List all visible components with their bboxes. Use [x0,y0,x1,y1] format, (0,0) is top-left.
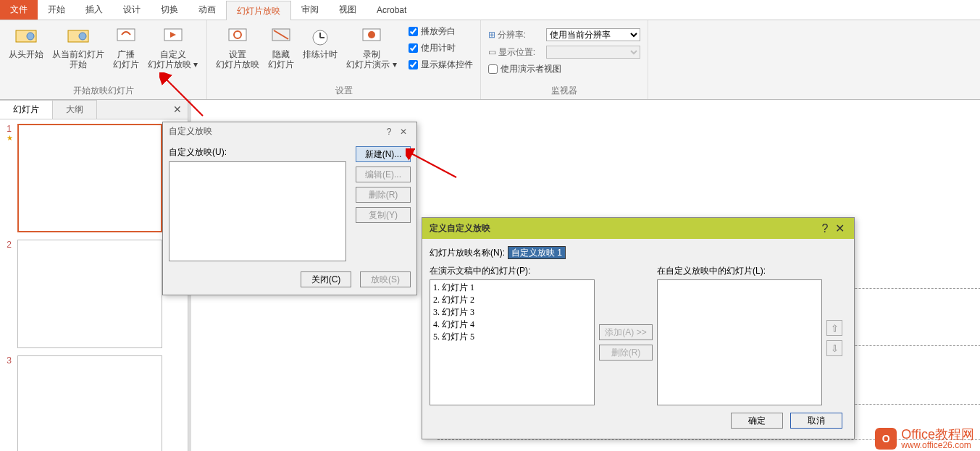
dialog1-listbox[interactable] [169,161,346,261]
menu-file[interactable]: 文件 [0,0,38,20]
thumb-3-num: 3 [4,355,14,366]
menu-animation[interactable]: 动画 [188,0,226,20]
custom-show-dialog: 自定义放映 ? ✕ 自定义放映(U): 新建(N)... 编辑(E)... 删除… [162,122,417,295]
watermark-title: Office教程网 [901,428,974,441]
check-presenter[interactable]: 使用演示者视图 [485,61,643,77]
copy-button: 复制(Y) [356,207,411,223]
remove-button: 删除(R) [599,345,653,361]
projector-icon [14,25,38,48]
resolution-icon: ⊞ [488,30,495,40]
display-row: ▭显示位置: [485,43,643,61]
dialog1-list-label: 自定义放映(U): [169,146,348,159]
define-custom-show-dialog: 定义自定义放映 ? ✕ 幻灯片放映名称(N): 在演示文稿中的幻灯片(P): 1… [422,217,855,439]
dialog2-close-icon[interactable]: ✕ [832,222,847,235]
tab-outline[interactable]: 大纲 [52,100,97,119]
watermark-url: www.office26.com [901,441,974,450]
menu-slideshow[interactable]: 幻灯片放映 [226,1,291,20]
dialog2-help-icon[interactable]: ? [818,222,832,235]
list-item[interactable]: 4. 幻灯片 4 [433,319,591,331]
list-item[interactable]: 2. 幻灯片 2 [433,294,591,306]
tab-slides[interactable]: 幻灯片 [0,100,53,119]
sidebar-close-icon[interactable]: ✕ [167,104,188,115]
record-icon [360,25,383,48]
group-label-start: 开始放映幻灯片 [4,83,202,99]
check-media[interactable]: 显示媒体控件 [406,56,476,73]
watermark-logo-icon: O [875,428,897,450]
hide-icon [269,25,293,48]
menu-acrobat[interactable]: Acrobat [367,0,416,20]
broadcast-icon [114,25,138,48]
thumb-2[interactable] [17,240,162,348]
delete-button: 删除(R) [356,187,411,203]
menu-view[interactable]: 视图 [329,0,367,20]
watermark: O Office教程网 www.office26.com [875,428,974,450]
edit-button: 编辑(E)... [356,167,411,182]
dialog1-help-icon[interactable]: ? [382,127,396,137]
group-label-setup: 设置 [212,83,475,99]
hide-slide-button[interactable]: 隐藏 幻灯片 [264,23,298,83]
svg-point-15 [368,31,375,38]
animation-star-icon: ★ [7,134,13,142]
ribbon: 从头开始 从当前幻灯片 开始 广播 幻灯片 自定义 幻灯片放映 ▾ 开始放映幻灯… [0,20,980,100]
list-item[interactable]: 5. 幻灯片 5 [433,331,591,343]
cancel-button[interactable]: 取消 [790,413,842,429]
dialog1-close-button[interactable]: 关闭(C) [301,271,351,287]
dialog1-show-button: 放映(S) [360,271,411,287]
add-button: 添加(A) >> [599,324,653,340]
from-beginning-button[interactable]: 从头开始 [4,23,48,83]
new-button[interactable]: 新建(N)... [356,146,411,162]
display-icon: ▭ [488,47,496,57]
list-item[interactable]: 1. 幻灯片 1 [433,282,591,294]
svg-point-3 [79,33,86,40]
dialog2-title: 定义自定义放映 [430,222,490,235]
right-listbox[interactable] [657,279,822,405]
group-label-monitor: 监视器 [485,83,643,99]
rehearse-button[interactable]: 排练计时 [298,23,342,83]
from-current-button[interactable]: 从当前幻灯片 开始 [48,23,109,83]
custom-show-icon [162,25,185,48]
resolution-select[interactable]: 使用当前分辨率 [546,28,640,41]
ribbon-group-start: 从头开始 从当前幻灯片 开始 广播 幻灯片 自定义 幻灯片放映 ▾ 开始放映幻灯… [0,20,207,99]
name-label: 幻灯片放映名称(N): [430,247,505,259]
dialog1-close-icon[interactable]: ✕ [396,127,411,137]
setup-button[interactable]: 设置 幻灯片放映 [212,23,264,83]
left-listbox[interactable]: 1. 幻灯片 1 2. 幻灯片 2 3. 幻灯片 3 4. 幻灯片 4 5. 幻… [430,279,595,405]
name-input[interactable] [508,246,566,259]
list-item[interactable]: 3. 幻灯片 3 [433,306,591,319]
ribbon-group-monitor: ⊞分辨率: 使用当前分辨率 ▭显示位置: 使用演示者视图 监视器 [481,20,648,99]
move-up-button: ⇧ [826,320,842,336]
slide-sidebar: 幻灯片 大纲 ✕ 1★ 2 3 [0,100,188,451]
menu-transition[interactable]: 切换 [151,0,188,20]
svg-rect-4 [117,29,135,41]
thumb-1[interactable] [17,124,162,232]
ribbon-group-setup: 设置 幻灯片放映 隐藏 幻灯片 排练计时 录制 幻灯片演示 ▾ 播放旁白 使用计… [207,20,480,99]
ok-button[interactable]: 确定 [731,413,783,429]
broadcast-button[interactable]: 广播 幻灯片 [109,23,143,83]
menu-review[interactable]: 审阅 [291,0,329,20]
dialog1-title: 自定义放映 [169,125,212,138]
record-button[interactable]: 录制 幻灯片演示 ▾ [342,23,401,83]
svg-point-1 [27,33,34,40]
menu-design[interactable]: 设计 [113,0,151,20]
thumb-3[interactable] [17,355,162,451]
projector-icon [67,25,90,48]
setup-icon [226,25,249,48]
thumb-1-num: 1 [4,124,14,134]
menu-start[interactable]: 开始 [38,0,75,20]
check-narration[interactable]: 播放旁白 [406,23,476,40]
move-down-button: ⇩ [826,340,842,356]
timer-icon [309,25,332,48]
left-list-label: 在演示文稿中的幻灯片(P): [430,265,595,277]
menu-bar: 文件 开始 插入 设计 切换 动画 幻灯片放映 审阅 视图 Acrobat [0,0,980,20]
check-timing[interactable]: 使用计时 [406,40,476,56]
thumb-2-num: 2 [4,240,14,250]
custom-slideshow-button[interactable]: 自定义 幻灯片放映 ▾ [143,23,202,83]
resolution-row: ⊞分辨率: 使用当前分辨率 [485,26,643,43]
display-select [546,46,640,59]
menu-insert[interactable]: 插入 [75,0,113,20]
right-list-label: 在自定义放映中的幻灯片(L): [657,265,822,277]
